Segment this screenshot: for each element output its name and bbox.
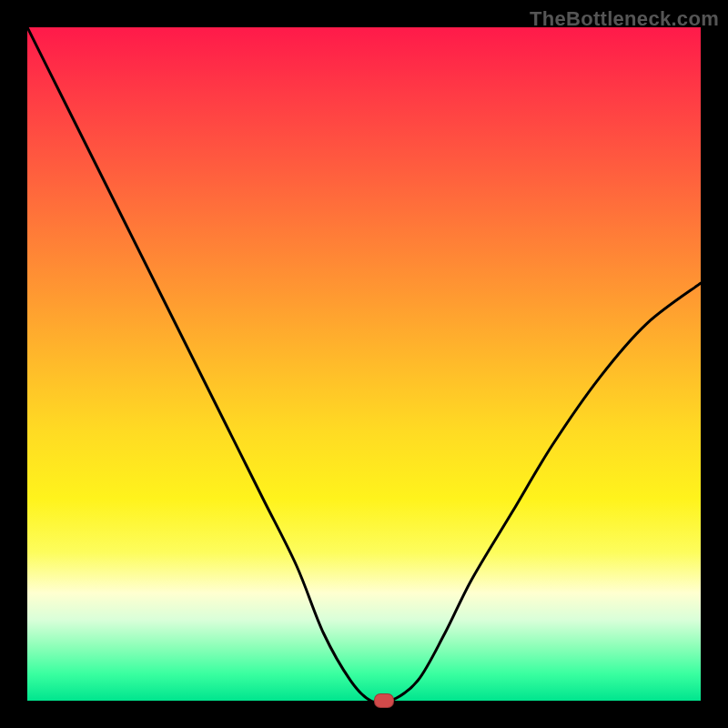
watermark-text: TheBottleneck.com bbox=[530, 7, 719, 31]
chart-container: TheBottleneck.com bbox=[0, 0, 728, 728]
bottleneck-curve bbox=[27, 27, 701, 701]
bottleneck-marker bbox=[374, 693, 394, 708]
plot-area bbox=[27, 27, 701, 701]
